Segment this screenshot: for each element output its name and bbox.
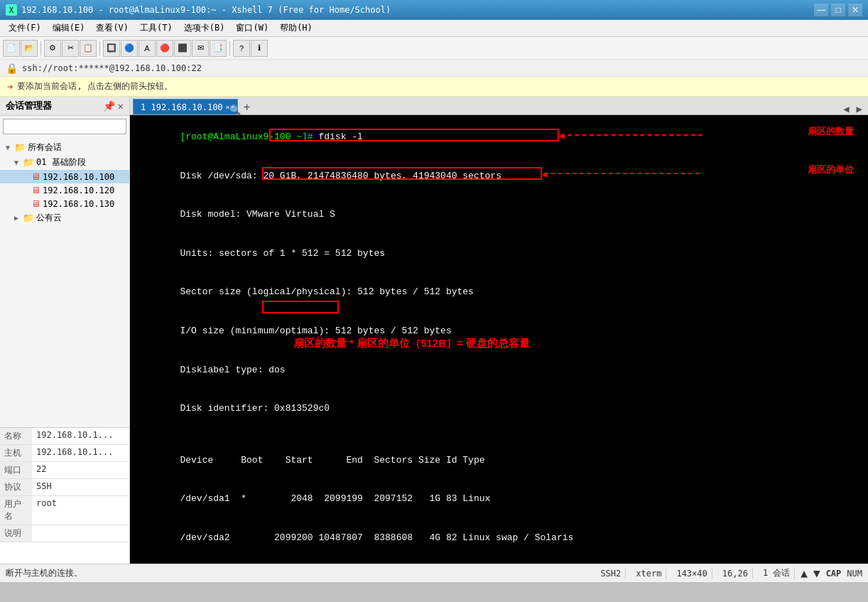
tab-navigation: ◀ ▶ xyxy=(840,103,865,114)
terminal-line-10: /dev/sda1 * 2048 2099199 2097152 1G 83 L… xyxy=(136,480,862,519)
tree-label: 192.168.10.120 xyxy=(43,186,114,195)
title-bar: X 192.168.10.100 - root@AlmaLinux9-100:~… xyxy=(0,0,868,20)
nav-down-icon[interactable]: ▼ xyxy=(813,566,820,580)
toolbar-btn-9[interactable]: ✉ xyxy=(192,40,209,57)
expand-arrow: ▼ xyxy=(14,158,23,166)
open-button[interactable]: 📂 xyxy=(21,40,38,57)
tree-label: 192.168.10.130 xyxy=(43,199,114,209)
folder-icon: 📁 xyxy=(14,142,26,153)
sidebar-search: 🔍 xyxy=(0,116,129,137)
cap-indicator: CAP xyxy=(826,569,842,579)
prop-value-port: 22 xyxy=(32,462,129,478)
title-bar-left: X 192.168.10.100 - root@AlmaLinux9-100:~… xyxy=(6,4,391,16)
address-text: ssh://root:******@192.168.10.100:22 xyxy=(22,63,202,73)
prop-label-name: 名称 xyxy=(0,428,32,444)
properties-panel: 名称 192.168.10.1... 主机 192.168.10.1... 端口… xyxy=(0,427,129,564)
sidebar-header-icons: 📌 ✕ xyxy=(103,100,124,112)
tree-container: ▼ 📁 所有会话 ▼ 📁 01 基础阶段 🖥 192.168.10.100 xyxy=(0,137,129,427)
toolbar: 📄 📂 ⚙ ✂ 📋 🔲 🔵 A 🔴 ⬛ ✉ 📑 ? ℹ xyxy=(0,37,868,60)
toolbar-btn-1[interactable]: ⚙ xyxy=(44,40,61,57)
pin-icon[interactable]: 📌 xyxy=(103,100,115,112)
minimize-button[interactable]: — xyxy=(814,4,828,16)
menu-item-窗口(W)[interactable]: 窗口(W) xyxy=(230,21,274,36)
status-protocol: SSH2 xyxy=(596,569,626,579)
arrow-icon: ➜ xyxy=(7,81,13,92)
menu-bar: 文件(F)编辑(E)查看(V)工具(T)选项卡(B)窗口(W)帮助(H) xyxy=(0,20,868,37)
lock-icon: 🔒 xyxy=(6,63,18,74)
prop-row-port: 端口 22 xyxy=(0,462,129,479)
terminal-line-11: /dev/sda2 2099200 10487807 8388608 4G 82… xyxy=(136,519,862,558)
toolbar-btn-10[interactable]: 📑 xyxy=(210,40,227,57)
sidebar-title: 会话管理器 xyxy=(6,100,52,112)
tree-label: 所有会话 xyxy=(28,141,62,154)
tab-192-168-10-100[interactable]: 1 192.168.10.100 ✕ xyxy=(133,99,238,114)
new-session-button[interactable]: 📄 xyxy=(3,40,20,57)
terminal-line-blank xyxy=(136,429,862,441)
terminal-line-2: Disk /dev/sda: 20 GiB, 21474836480 bytes… xyxy=(136,157,862,196)
toolbar-btn-6[interactable]: A xyxy=(139,40,156,57)
prop-value-host: 192.168.10.1... xyxy=(32,445,129,461)
toolbar-btn-2[interactable]: ✂ xyxy=(62,40,79,57)
tab-next-button[interactable]: ▶ xyxy=(854,103,865,114)
tree-label: 公有云 xyxy=(36,212,62,224)
tree-all-sessions[interactable]: ▼ 📁 所有会话 xyxy=(0,140,129,155)
prop-value-comment xyxy=(32,525,129,542)
prop-row-username: 用户名 root xyxy=(0,496,129,525)
prop-row-protocol: 协议 SSH xyxy=(0,479,129,496)
terminal-line-6: I/O size (minimum/optimal): 512 bytes / … xyxy=(136,312,862,351)
sidebar: 会话管理器 📌 ✕ 🔍 ▼ 📁 所有会话 ▼ 📁 01 基础阶段 xyxy=(0,97,130,564)
menu-item-编辑(E)[interactable]: 编辑(E) xyxy=(47,21,91,36)
search-icon: 🔍 xyxy=(229,104,241,115)
terminal-line-5: Sector size (logical/physical): 512 byte… xyxy=(136,273,862,312)
toolbar-btn-8[interactable]: ⬛ xyxy=(174,40,191,57)
prop-value-name: 192.168.10.1... xyxy=(32,428,129,444)
status-bar: 断开与主机的连接。 SSH2 xterm 143×40 16,26 1 会话 ▲… xyxy=(0,564,868,582)
prop-value-protocol: SSH xyxy=(32,479,129,495)
sidebar-close-icon[interactable]: ✕ xyxy=(118,100,124,112)
prop-row-comment: 说明 xyxy=(0,525,129,542)
tree-server-130[interactable]: 🖥 192.168.10.130 xyxy=(0,197,129,210)
search-input[interactable] xyxy=(3,119,126,134)
status-left: 断开与主机的连接。 xyxy=(6,567,82,579)
prop-label-comment: 说明 xyxy=(0,525,32,542)
prompt-1: [root@AlmaLinux9-100 ~]# xyxy=(180,131,318,142)
terminal-content[interactable]: [root@AlmaLinux9-100 ~]# fdisk -l Disk /… xyxy=(130,115,868,564)
menu-item-工具(T)[interactable]: 工具(T) xyxy=(134,21,178,36)
toolbar-btn-3[interactable]: 📋 xyxy=(80,40,97,57)
menu-item-帮助(H)[interactable]: 帮助(H) xyxy=(274,21,318,36)
server-icon: 🖥 xyxy=(31,171,40,182)
menu-item-查看(V)[interactable]: 查看(V) xyxy=(90,21,134,36)
prop-label-username: 用户名 xyxy=(0,496,32,525)
tab-prev-button[interactable]: ◀ xyxy=(840,103,852,114)
info-button[interactable]: ℹ xyxy=(251,40,268,57)
tab-label: 1 192.168.10.100 xyxy=(141,102,223,112)
prop-value-username: root xyxy=(32,496,129,525)
props-empty-area xyxy=(0,542,129,564)
tree-server-120[interactable]: 🖥 192.168.10.120 xyxy=(0,183,129,197)
prop-label-protocol: 协议 xyxy=(0,479,32,495)
info-text: 要添加当前会话, 点击左侧的箭头按钮。 xyxy=(17,80,172,92)
server-icon: 🖥 xyxy=(31,185,40,195)
menu-item-文件(F)[interactable]: 文件(F) xyxy=(3,21,47,36)
tree-folder-basic[interactable]: ▼ 📁 01 基础阶段 xyxy=(0,155,129,170)
maximize-button[interactable]: □ xyxy=(831,4,845,16)
prop-label-port: 端口 xyxy=(0,462,32,478)
tree-server-100[interactable]: 🖥 192.168.10.100 xyxy=(0,170,129,183)
help-button[interactable]: ? xyxy=(233,40,250,57)
tree-label: 192.168.10.100 xyxy=(43,172,114,182)
status-cursor-pos: 16,26 xyxy=(718,569,753,579)
toolbar-btn-5[interactable]: 🔵 xyxy=(121,40,138,57)
new-tab-button[interactable]: + xyxy=(239,99,255,114)
menu-item-选项卡(B)[interactable]: 选项卡(B) xyxy=(178,21,231,36)
toolbar-btn-4[interactable]: 🔲 xyxy=(103,40,120,57)
nav-up-icon[interactable]: ▲ xyxy=(801,566,808,580)
status-disconnect-text: 断开与主机的连接。 xyxy=(6,567,82,579)
terminal-line-1: [root@AlmaLinux9-100 ~]# fdisk -l xyxy=(136,118,862,157)
close-button[interactable]: ✕ xyxy=(848,4,862,16)
title-bar-controls: — □ ✕ xyxy=(814,4,862,16)
expand-arrow: ▼ xyxy=(6,144,14,151)
terminal-line-8: Disk identifier: 0x813529c0 xyxy=(136,389,862,429)
tree-folder-cloud[interactable]: ▶ 📁 公有云 xyxy=(0,210,129,225)
toolbar-btn-7[interactable]: 🔴 xyxy=(156,40,173,57)
status-encoding: xterm xyxy=(631,569,666,579)
